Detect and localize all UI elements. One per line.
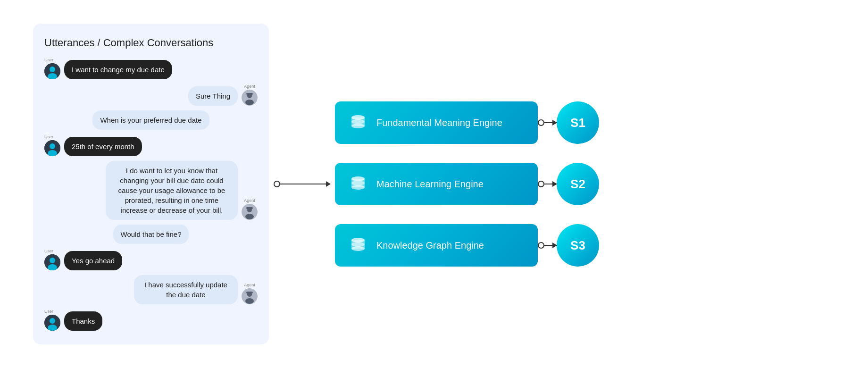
- user-label-1: User: [44, 58, 60, 62]
- agent-label-8: Agent: [242, 283, 258, 287]
- svg-rect-20: [246, 292, 253, 293]
- svg-point-27: [351, 119, 365, 124]
- engine-box-3: Knowledge Graph Engine: [335, 224, 538, 267]
- svg-point-5: [245, 100, 254, 105]
- bubble-3: When is your preferred due date: [92, 110, 209, 130]
- svg-point-12: [245, 214, 254, 219]
- message-row-5: I do want to let you know that changing …: [44, 161, 258, 220]
- main-connector-line: [280, 184, 330, 184]
- user-label-4: User: [44, 134, 60, 139]
- agent-avatar-8: [242, 288, 258, 304]
- message-row-8: I have successfully update the due date …: [44, 275, 258, 304]
- engine-line-2: [544, 184, 557, 184]
- database-icon-1: [348, 113, 368, 133]
- engines-panel: Fundamental Meaning Engine S1 Ma: [335, 101, 599, 267]
- engine-connector-1: [538, 119, 557, 126]
- agent-avatar-5: [242, 204, 258, 220]
- s-circle-1: S1: [557, 101, 599, 144]
- bubble-9: Thanks: [64, 311, 102, 331]
- message-row-2: Sure Thing Agent: [44, 84, 258, 106]
- database-icon-3: [348, 235, 368, 255]
- main-connector-dot: [274, 181, 280, 187]
- engine-connector-3: [538, 242, 557, 249]
- db-icon-2: [348, 174, 368, 194]
- engine-line-1: [544, 122, 557, 123]
- agent-avatar-icon-2: [242, 90, 258, 106]
- main-container: Utterances / Complex Conversations User …: [33, 14, 835, 354]
- s-circle-3: S3: [557, 224, 599, 267]
- chat-title: Utterances / Complex Conversations: [44, 37, 258, 49]
- user-avatar-icon-4: [44, 140, 60, 156]
- agent-avatar-icon-5: [242, 204, 258, 220]
- user-avatar-icon-7: [44, 254, 60, 270]
- svg-point-15: [50, 258, 55, 263]
- message-row-1: User I want to change my due date: [44, 58, 258, 79]
- message-row-9: User Thanks: [44, 309, 258, 331]
- db-icon-1: [348, 113, 368, 133]
- bubble-8: I have successfully update the due date: [134, 275, 238, 304]
- engine-dot-1: [538, 119, 544, 126]
- bubble-4: 25th of every month: [64, 137, 142, 156]
- message-row-6: Would that be fine?: [44, 225, 258, 244]
- database-icon-2: [348, 174, 368, 194]
- svg-point-19: [245, 298, 254, 304]
- engine-dot-3: [538, 242, 544, 249]
- message-row-4: User 25th of every month: [44, 134, 258, 156]
- engine-connector-2: [538, 181, 557, 187]
- svg-point-8: [50, 143, 55, 149]
- svg-point-34: [351, 246, 365, 251]
- chat-messages: User I want to change my due date Sure T…: [44, 58, 258, 331]
- engine-label-1: Fundamental Meaning Engine: [376, 117, 502, 128]
- user-avatar-4: [44, 140, 60, 156]
- main-connector: [269, 181, 335, 187]
- engine-row-3: Knowledge Graph Engine S3: [335, 224, 599, 267]
- agent-label-2: Agent: [242, 84, 258, 89]
- engine-line-3: [544, 245, 557, 246]
- bubble-7: Yes go ahead: [64, 251, 122, 270]
- s-circle-2: S2: [557, 163, 599, 205]
- user-label-9: User: [44, 309, 60, 314]
- user-avatar-7: [44, 254, 60, 270]
- engine-row-1: Fundamental Meaning Engine S1: [335, 101, 599, 144]
- bubble-5: I do want to let you know that changing …: [106, 161, 238, 220]
- message-row-3: When is your preferred due date: [44, 110, 258, 130]
- bubble-2: Sure Thing: [188, 86, 238, 106]
- user-avatar-1: [44, 63, 60, 79]
- message-row-7: User Yes go ahead: [44, 249, 258, 270]
- svg-point-22: [50, 318, 55, 324]
- svg-point-1: [50, 67, 55, 72]
- engine-label-3: Knowledge Graph Engine: [376, 240, 484, 251]
- engine-label-2: Machine Learning Engine: [376, 179, 484, 190]
- user-avatar-9: [44, 315, 60, 331]
- engine-dot-2: [538, 181, 544, 187]
- svg-rect-6: [246, 93, 253, 95]
- svg-point-26: [351, 124, 365, 128]
- chat-panel: Utterances / Complex Conversations User …: [33, 24, 269, 344]
- engine-row-2: Machine Learning Engine S2: [335, 163, 599, 205]
- svg-point-30: [351, 185, 365, 190]
- engine-box-1: Fundamental Meaning Engine: [335, 101, 538, 144]
- db-icon-3: [348, 235, 368, 255]
- agent-avatar-icon-8: [242, 288, 258, 304]
- svg-point-31: [351, 181, 365, 185]
- agent-avatar-2: [242, 90, 258, 106]
- svg-point-35: [351, 242, 365, 247]
- agent-label-5: Agent: [242, 198, 258, 203]
- engine-box-2: Machine Learning Engine: [335, 163, 538, 205]
- user-label-7: User: [44, 249, 60, 253]
- user-avatar-icon-1: [44, 63, 60, 79]
- bubble-1: I want to change my due date: [64, 60, 172, 79]
- bubble-6: Would that be fine?: [113, 225, 189, 244]
- user-avatar-icon-9: [44, 315, 60, 331]
- svg-rect-13: [246, 207, 253, 209]
